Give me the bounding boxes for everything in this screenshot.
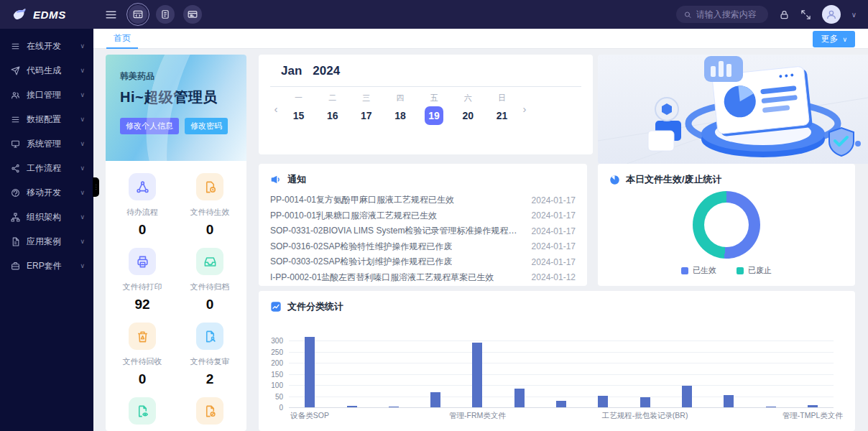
top-navbar: EDMS ∨ bbox=[0, 0, 868, 29]
calendar-year: 2024 bbox=[313, 64, 340, 78]
notice-item-date: 2024-01-12 bbox=[532, 272, 576, 282]
sidebar-item-8[interactable]: 组织架构∨ bbox=[0, 205, 93, 229]
calendar-day[interactable]: 21 bbox=[485, 106, 519, 125]
bar-chart-card: 文件分类统计 050100150200250300设备类SOP管理-FRM类文件… bbox=[259, 291, 855, 431]
calendar-weekday: 日 bbox=[485, 93, 519, 103]
calendar-day[interactable]: 17 bbox=[349, 106, 383, 125]
app-window-code-icon[interactable] bbox=[129, 5, 147, 24]
chevron-down-icon[interactable]: ∨ bbox=[851, 11, 857, 19]
notice-item-date: 2024-01-17 bbox=[532, 210, 576, 221]
chevron-down-icon: ∨ bbox=[80, 164, 85, 172]
gridline bbox=[289, 397, 834, 397]
stat-card-2[interactable]: 文件待生效0 bbox=[176, 170, 244, 244]
calendar-day[interactable]: 19 bbox=[425, 106, 443, 125]
stat-card-5[interactable]: 文件待回收0 bbox=[108, 319, 176, 394]
sidebar-item-6[interactable]: 工作流程∨ bbox=[0, 156, 93, 180]
sidebar-item-label: 应用案例 bbox=[27, 236, 61, 248]
calendar-prev-icon[interactable]: ‹ bbox=[270, 103, 282, 115]
menu-icon[interactable] bbox=[105, 9, 117, 21]
stat-card-3[interactable]: 文件待打印92 bbox=[108, 244, 176, 319]
more-button[interactable]: 更多∨ bbox=[813, 31, 855, 47]
sidebar-item-2[interactable]: 代码生成∨ bbox=[0, 58, 93, 83]
calendar-month: Jan bbox=[281, 64, 302, 78]
notice-item-text: I-PP-0002-01盐酸左西替利嗪口服溶液工艺规程草案已生效 bbox=[270, 272, 494, 284]
notice-item[interactable]: SOP-0316-02SAP检验特性维护操作规程已作废2024-01-17 bbox=[270, 239, 576, 255]
calendar-next-icon[interactable]: › bbox=[519, 103, 530, 115]
chevron-down-icon: ∨ bbox=[80, 116, 85, 123]
sidebar-item-label: ERP套件 bbox=[27, 260, 62, 272]
donut-chart-card: 本日文件生效/废止统计 已生效已废止 bbox=[598, 164, 855, 286]
notice-item[interactable]: PP-0014-01复方氨酚甲麻口服液工艺规程已生效2024-01-17 bbox=[270, 193, 576, 208]
notice-item[interactable]: SOP-0303-02SAP检验计划维护操作规程已作废2024-01-17 bbox=[270, 254, 576, 270]
lock-icon[interactable] bbox=[779, 9, 790, 20]
x-axis-label: 管理-TMPL类文件 bbox=[782, 411, 843, 421]
donut-hole bbox=[704, 203, 749, 247]
megaphone-icon bbox=[270, 174, 282, 185]
notice-item-text: PP-0014-01复方氨酚甲麻口服液工艺规程已生效 bbox=[270, 194, 454, 206]
sidebar-collapse-handle[interactable]: ⋮ bbox=[93, 177, 99, 197]
sidebar-item-4[interactable]: 数据配置∨ bbox=[0, 107, 93, 131]
sidebar-item-1[interactable]: 在线开发∨ bbox=[0, 34, 93, 58]
notice-item-text: SOP-0303-02SAP检验计划维护操作规程已作废 bbox=[270, 256, 452, 268]
legend-item[interactable]: 已生效 bbox=[681, 265, 716, 276]
stat-value: 0 bbox=[139, 222, 147, 238]
stat-value: 92 bbox=[134, 297, 149, 312]
pie-chart-icon bbox=[609, 175, 620, 185]
notice-item[interactable]: PP-0010-01乳果糖口服溶液工艺规程已生效2024-01-17 bbox=[270, 208, 576, 224]
donut-chart bbox=[693, 191, 760, 259]
workflow-icon bbox=[136, 180, 149, 194]
global-search[interactable] bbox=[676, 6, 768, 23]
inbox-icon bbox=[203, 255, 217, 269]
bar bbox=[766, 407, 776, 408]
app-window-doc-icon[interactable] bbox=[156, 5, 175, 24]
bar bbox=[472, 343, 482, 408]
x-axis-label: 管理-FRM类文件 bbox=[449, 411, 506, 421]
search-icon bbox=[683, 10, 692, 19]
y-axis-tick: 0 bbox=[260, 404, 283, 412]
sidebar-item-5[interactable]: 系统管理∨ bbox=[0, 131, 93, 156]
legend-label: 已生效 bbox=[693, 265, 716, 276]
sidebar-item-10[interactable]: ERP套件∨ bbox=[0, 254, 93, 278]
bar bbox=[514, 389, 525, 407]
sidebar-item-9[interactable]: 应用案例∨ bbox=[0, 229, 93, 254]
doc-void-icon bbox=[203, 404, 217, 418]
gridline bbox=[289, 374, 834, 375]
calendar-day[interactable]: 15 bbox=[282, 106, 315, 125]
notice-item-date: 2024-01-17 bbox=[532, 257, 576, 267]
app-logo-text: EDMS bbox=[33, 9, 66, 21]
fullscreen-icon[interactable] bbox=[800, 9, 811, 20]
stat-card-6[interactable]: 文件待复审2 bbox=[176, 319, 244, 394]
calendar-weekday: 五 bbox=[417, 93, 451, 103]
stat-card-8[interactable]: 文件待作废1 bbox=[176, 394, 244, 431]
stat-card-7[interactable]: 文件待借阅0 bbox=[108, 394, 176, 431]
chevron-down-icon: ∨ bbox=[80, 91, 85, 98]
sidebar-item-7[interactable]: 移动开发∨ bbox=[0, 180, 93, 205]
bar bbox=[430, 392, 440, 407]
notice-item[interactable]: I-PP-0002-01盐酸左西替利嗪口服溶液工艺规程草案已生效2024-01-… bbox=[270, 270, 576, 286]
gridline bbox=[289, 340, 834, 341]
company-name: 韩美药品 bbox=[120, 70, 232, 83]
profile-card: 韩美药品 Hi~超级管理员 修改个人信息 修改密码 待办流程0文件待生效0文件待… bbox=[106, 55, 246, 431]
stat-label: 文件待复审 bbox=[190, 356, 230, 367]
edit-profile-button[interactable]: 修改个人信息 bbox=[120, 118, 179, 134]
stat-card-1[interactable]: 待办流程0 bbox=[108, 170, 176, 244]
legend-item[interactable]: 已废止 bbox=[737, 265, 772, 276]
app-window-card-icon[interactable] bbox=[183, 5, 202, 24]
calendar-weekday: 四 bbox=[383, 93, 417, 103]
send-icon bbox=[11, 66, 20, 75]
search-input[interactable] bbox=[696, 9, 761, 19]
avatar[interactable] bbox=[822, 5, 841, 24]
stat-card-4[interactable]: 文件待归档0 bbox=[176, 244, 244, 319]
sidebar-item-3[interactable]: 接口管理∨ bbox=[0, 83, 93, 107]
sidebar-item-label: 代码生成 bbox=[27, 65, 61, 77]
calendar-title: Jan 2024 bbox=[270, 64, 581, 78]
sidebar-nav: 在线开发∨代码生成∨接口管理∨数据配置∨系统管理∨工作流程∨移动开发∨组织架构∨… bbox=[0, 29, 93, 431]
calendar-day[interactable]: 20 bbox=[451, 106, 485, 125]
change-password-button[interactable]: 修改密码 bbox=[185, 118, 228, 134]
notice-item[interactable]: SOP-0331-02BIOVIA LIMS System检验记录管理标准操作规… bbox=[270, 223, 576, 239]
bar bbox=[724, 395, 734, 407]
calendar-day[interactable]: 18 bbox=[383, 106, 417, 125]
tab-home[interactable]: 首页 bbox=[106, 29, 138, 49]
x-axis-label: 设备类SOP bbox=[290, 411, 329, 421]
calendar-day[interactable]: 16 bbox=[315, 106, 349, 125]
